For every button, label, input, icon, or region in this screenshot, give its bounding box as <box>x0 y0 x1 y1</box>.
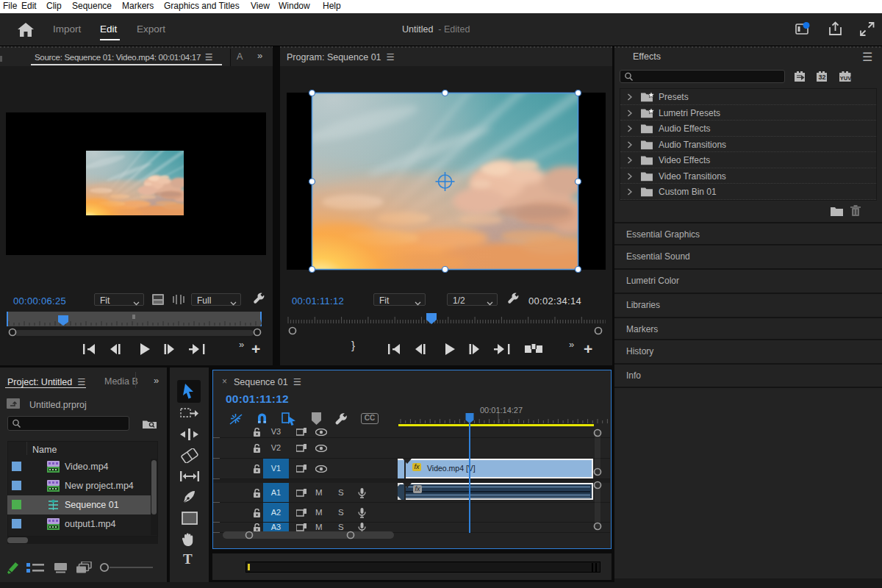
svg-text:YUV: YUV <box>840 75 851 82</box>
svg-text:32: 32 <box>818 74 825 81</box>
